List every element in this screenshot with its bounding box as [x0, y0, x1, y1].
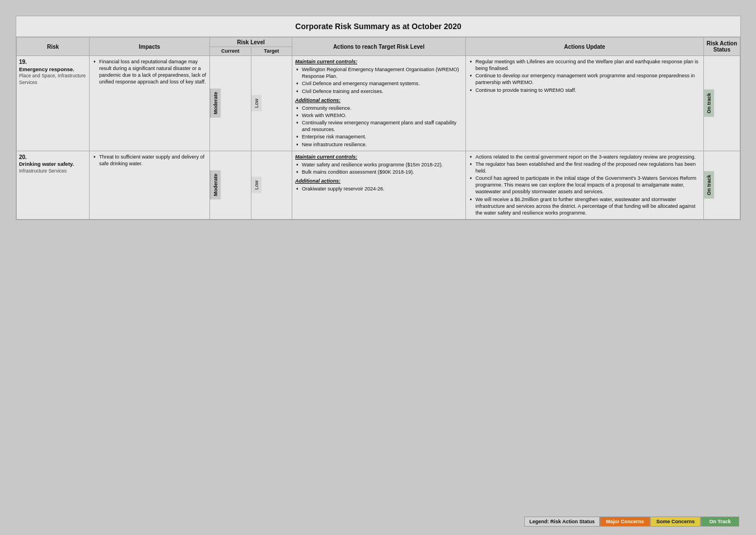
legend: Legend: Risk Action Status Major Concern…: [524, 517, 739, 527]
header-actions: Actions to reach Target Risk Level: [292, 38, 466, 56]
list-item: Work with WREMO.: [296, 112, 463, 119]
list-item: Actions related to the central governmen…: [470, 153, 701, 160]
list-item: The regulator has been established and t…: [470, 161, 701, 174]
target-level: Low: [251, 95, 262, 111]
target-level: Low: [251, 177, 262, 193]
impacts-cell: Threat to sufficient water supply and de…: [90, 151, 210, 219]
list-item: New infrastructure resilience.: [296, 141, 463, 148]
list-item: Civil Defence and emergency management s…: [296, 80, 463, 87]
header-impacts: Impacts: [90, 38, 210, 56]
list-item: Threat to sufficient water supply and de…: [94, 153, 207, 167]
list-item: Wellington Regional Emergency Management…: [296, 66, 463, 80]
risk-table: Risk Impacts Risk Level Current Target A…: [16, 37, 740, 220]
page-title: Corporate Risk Summary as at October 202…: [16, 16, 740, 37]
legend-some: Some Concerns: [650, 517, 701, 527]
page-container: Corporate Risk Summary as at October 202…: [16, 16, 741, 220]
status-badge: On track: [704, 90, 714, 117]
risk-dept: Infrastructure Services: [19, 168, 87, 174]
list-item: Financial loss and reputational damage m…: [94, 58, 207, 86]
header-risk-level: Risk Level: [210, 38, 292, 47]
list-item: Bulk mains condition assessment ($90K 20…: [296, 169, 463, 175]
risk-number: 20.: [19, 153, 87, 161]
risk-name: Drinking water safety.: [19, 161, 87, 168]
status-badge: On track: [704, 171, 714, 199]
list-item: We will receive a $6.2million grant to f…: [470, 196, 701, 216]
header-update: Actions Update: [466, 38, 704, 56]
header-risk: Risk: [17, 38, 90, 56]
actions-cell: Maintain current controls: Wellington Re…: [292, 56, 466, 151]
list-item: Orakiwater supply reservoir 2024-26.: [296, 185, 463, 192]
risk-name: Emergency response.: [19, 66, 87, 73]
current-level: Moderate: [210, 89, 221, 118]
legend-label: Legend: Risk Action Status: [524, 517, 600, 527]
list-item: Community resilience.: [296, 105, 463, 111]
actions-cell: Maintain current controls: Water safety …: [292, 151, 466, 219]
impacts-cell: Financial loss and reputational damage m…: [90, 56, 210, 151]
list-item: Regular meetings with Lifelines are occu…: [470, 58, 701, 72]
header-status: Risk Action Status: [704, 38, 740, 56]
actions-title: Maintain current controls:: [295, 153, 463, 160]
list-item: Council has agreed to participate in the…: [470, 175, 701, 195]
list-item: Enterprise risk management.: [296, 133, 463, 140]
additional-title: Additional actions:: [295, 178, 463, 184]
list-item: Water safety and resilience works progra…: [296, 161, 463, 168]
update-cell: Regular meetings with Lifelines are occu…: [466, 56, 704, 151]
list-item: Civil Defence training and exercises.: [296, 88, 463, 95]
list-item: Continue to provide training to WREMO st…: [470, 87, 701, 94]
update-cell: Actions related to the central governmen…: [466, 151, 704, 219]
table-row: 20. Drinking water safety. Infrastructur…: [17, 151, 740, 219]
legend-track: On Track: [701, 517, 739, 527]
header-target: Target: [251, 47, 292, 55]
actions-title: Maintain current controls:: [295, 58, 463, 65]
risk-number: 19.: [19, 58, 87, 66]
risk-dept: Place and Space, Infrastructure Services: [19, 73, 87, 86]
additional-title: Additional actions:: [295, 97, 463, 104]
table-row: 19. Emergency response. Place and Space,…: [17, 56, 740, 151]
list-item: Continually review emergency management …: [296, 119, 463, 133]
legend-major: Major Concerns: [600, 517, 650, 527]
current-level: Moderate: [210, 170, 221, 199]
header-current: Current: [210, 47, 251, 55]
list-item: Continue to develop our emergency manage…: [470, 72, 701, 86]
